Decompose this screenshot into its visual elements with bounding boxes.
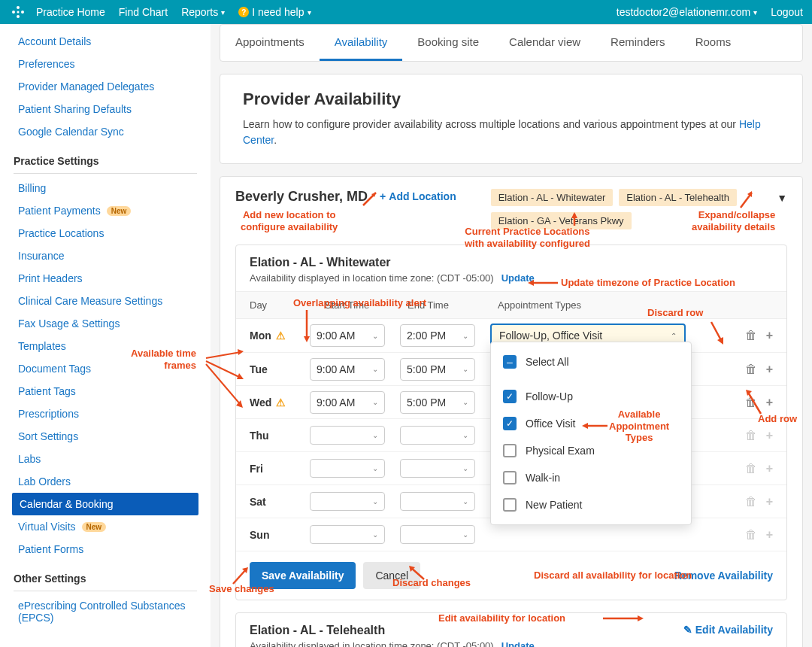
dropdown-option[interactable]: ✓Follow-Up: [491, 383, 691, 410]
svg-point-0: [17, 6, 20, 9]
tab-reminders[interactable]: Reminders: [595, 25, 680, 61]
tab-appointments[interactable]: Appointments: [220, 25, 320, 61]
tab-booking-site[interactable]: Booking site: [402, 25, 494, 61]
sidebar-item[interactable]: Patient Sharing Defaults: [0, 98, 211, 120]
sidebar: Account Details Preferences Provider Man…: [0, 24, 211, 647]
edit-availability-link[interactable]: ✎ Edit Availability: [683, 624, 773, 636]
help-icon: ?: [238, 7, 249, 17]
delete-row-icon[interactable]: 🗑: [745, 396, 757, 409]
end-time-select[interactable]: ⌄: [400, 525, 475, 544]
dropdown-option[interactable]: Physical Exam: [491, 437, 691, 464]
chevron-down-icon: ⌄: [372, 464, 378, 472]
new-badge: New: [82, 522, 107, 532]
remove-availability-link[interactable]: Remove Availability: [674, 570, 773, 582]
checkbox-icon: ✓: [503, 417, 517, 430]
end-time-select[interactable]: 2:00 PM⌄: [400, 324, 475, 347]
day-label: Mon ⚠: [250, 330, 310, 342]
location-chip[interactable]: Elation - GA - Veterans Pkwy: [491, 212, 632, 229]
sidebar-item[interactable]: Prescriptions: [0, 402, 211, 425]
nav-reports[interactable]: Reports ▾: [181, 6, 225, 18]
day-label: Wed ⚠: [250, 396, 310, 409]
svg-point-4: [17, 11, 20, 14]
delete-row-icon: 🗑: [745, 429, 757, 442]
sidebar-item[interactable]: Insurance: [0, 245, 211, 267]
nav-practice-home[interactable]: Practice Home: [36, 6, 105, 18]
logout-link[interactable]: Logout: [771, 6, 803, 18]
add-row-icon[interactable]: +: [766, 329, 773, 342]
sidebar-item[interactable]: Account Details: [0, 30, 211, 53]
save-availability-button[interactable]: Save Availability: [250, 562, 356, 589]
start-time-select[interactable]: 9:00 AM⌄: [310, 358, 385, 381]
end-time-select[interactable]: ⌄: [400, 492, 475, 511]
location-chip[interactable]: Elation - AL - Whitewater: [491, 189, 614, 206]
sidebar-item[interactable]: Print Headers: [0, 267, 211, 290]
sidebar-heading: Other Settings: [14, 567, 197, 591]
delete-row-icon: 🗑: [745, 495, 757, 509]
dropdown-option[interactable]: New Patient: [491, 491, 691, 518]
add-row-icon: +: [766, 495, 773, 509]
warning-icon: ⚠: [276, 330, 286, 342]
page-title: Provider Availability: [243, 90, 780, 109]
sidebar-item[interactable]: Practice Locations: [0, 222, 211, 245]
tab-availability[interactable]: Availability: [320, 25, 403, 61]
sidebar-item[interactable]: ePrescribing Controlled Substances (EPCS…: [0, 594, 211, 629]
sidebar-item[interactable]: Sort Settings: [0, 425, 211, 448]
svg-point-1: [12, 11, 15, 14]
start-time-select[interactable]: 9:00 AM⌄: [310, 324, 385, 347]
sidebar-item[interactable]: Billing: [0, 177, 211, 199]
sidebar-item[interactable]: Clinical Care Measure Settings: [0, 290, 211, 312]
sidebar-item[interactable]: Calendar & Booking: [12, 493, 198, 515]
start-time-select[interactable]: ⌄: [310, 459, 385, 478]
sidebar-item[interactable]: Document Tags: [0, 357, 211, 380]
chevron-down-icon: ⌄: [462, 530, 468, 539]
warning-icon: ⚠: [276, 396, 286, 409]
chevron-down-icon: ⌄: [462, 332, 468, 340]
sidebar-item[interactable]: Patient Forms: [0, 538, 211, 560]
sidebar-item[interactable]: Patient PaymentsNew: [0, 199, 211, 222]
expand-collapse-icon[interactable]: ▼: [777, 192, 787, 204]
tab-rooms[interactable]: Rooms: [680, 25, 747, 61]
location-chip[interactable]: Elation - AL - Telehealth: [619, 189, 737, 206]
checkbox-icon: [503, 498, 517, 512]
location-title: Elation - AL - Whitewater: [250, 256, 773, 269]
svg-point-2: [21, 11, 24, 14]
end-time-select[interactable]: ⌄: [400, 426, 475, 445]
select-all-option[interactable]: – Select All: [491, 348, 691, 375]
add-location-button[interactable]: + Add Location: [380, 190, 456, 202]
update-timezone-link[interactable]: Update: [501, 272, 535, 284]
new-badge: New: [107, 206, 132, 216]
start-time-select[interactable]: 9:00 AM⌄: [310, 391, 385, 414]
dropdown-option[interactable]: Walk-in: [491, 464, 691, 491]
start-time-select[interactable]: ⌄: [310, 525, 385, 544]
sidebar-item[interactable]: Google Calendar Sync: [0, 120, 211, 143]
sidebar-item[interactable]: Labs: [0, 448, 211, 470]
sidebar-item[interactable]: Preferences: [0, 53, 211, 75]
cancel-button[interactable]: Cancel: [363, 562, 420, 589]
chevron-down-icon: ⌄: [372, 365, 378, 373]
sidebar-item[interactable]: Provider Managed Delegates: [0, 75, 211, 98]
tab-calendar-view[interactable]: Calendar view: [494, 25, 595, 61]
update-timezone-link[interactable]: Update: [501, 640, 535, 647]
chevron-down-icon: ⌄: [372, 332, 378, 340]
end-time-select[interactable]: ⌄: [400, 459, 475, 478]
user-menu[interactable]: testdoctor2@elationemr.com ▾: [617, 6, 757, 18]
sidebar-item[interactable]: Patient Tags: [0, 380, 211, 402]
dropdown-option[interactable]: ✓Office Visit: [491, 410, 691, 437]
delete-row-icon[interactable]: 🗑: [745, 363, 757, 376]
sidebar-item[interactable]: Templates: [0, 335, 211, 357]
sidebar-item[interactable]: Virtual VisitsNew: [0, 515, 211, 538]
location-block: Elation - AL - Telehealth Availability d…: [235, 612, 787, 647]
add-row-icon[interactable]: +: [766, 363, 773, 376]
intro-card: Provider Availability Learn how to confi…: [220, 74, 803, 164]
help-link[interactable]: ?I need help ▾: [238, 6, 311, 18]
end-time-select[interactable]: 5:00 PM⌄: [400, 391, 475, 414]
delete-row-icon[interactable]: 🗑: [745, 329, 757, 342]
start-time-select[interactable]: ⌄: [310, 426, 385, 445]
nav-find-chart[interactable]: Find Chart: [119, 6, 168, 18]
start-time-select[interactable]: ⌄: [310, 492, 385, 511]
sidebar-item[interactable]: Fax Usage & Settings: [0, 312, 211, 335]
sidebar-item[interactable]: Lab Orders: [0, 470, 211, 493]
intro-text: Learn how to configure provider availabi…: [243, 117, 780, 148]
add-row-icon[interactable]: +: [766, 396, 773, 409]
end-time-select[interactable]: 5:00 PM⌄: [400, 358, 475, 381]
